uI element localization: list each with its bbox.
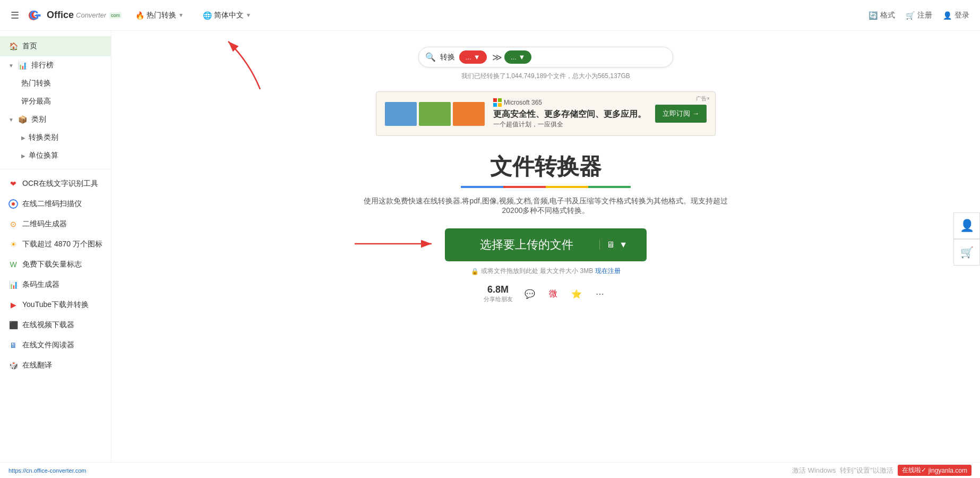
sidebar-category-label: 类别 [31,115,46,124]
floating-right-panel: 👤 🛒 [953,212,980,266]
sidebar-ocr-label: OCR在线文字识别工具 [22,179,98,189]
underline-blue [461,186,503,188]
convert-from-label: ... [466,53,471,61]
ad-subtitle: 一个超值计划，一应俱全 [493,120,647,129]
bottom-right: 激活 Windows 转到"设置"以激活 在线啦✓ jingyanla.com [792,465,972,476]
sidebar-youtube-label: YouTube下载并转换 [22,300,89,310]
register-link[interactable]: 🛒 注册 [906,11,932,20]
svg-point-3 [12,202,15,206]
sidebar-vector-label: 免费下载矢量标志 [22,260,82,269]
ad-images [385,102,485,126]
convert-category-arrow: ▶ [21,135,25,141]
nav-hot-label: 热门转换 [147,11,176,20]
ocr-icon: ❤ [8,179,18,189]
sidebar: 🏠 首页 ▼ 📊 排行榜 热门转换 评分最高 ▼ 📦 类别 ▶ 转换类别 ▶ 单… [0,31,111,478]
sidebar-item-hot-convert[interactable]: 热门转换 [0,74,111,92]
nav-hot-convert[interactable]: 🔥 热门转换 ▼ [130,7,189,23]
header: ☰ G Office Converter com 🔥 热门转换 ▼ 🌐 简体中文… [0,0,980,31]
upload-dropdown-chevron[interactable]: ▼ [619,240,627,250]
search-stats: 我们已经转换了1,044,749,189个文件，总大小为565,137GB [127,72,964,81]
format-icon: 🔄 [869,11,878,20]
sidebar-top-rated-label: 评分最高 [21,97,51,105]
more-share-icon[interactable]: ⋯ [591,285,608,302]
sidebar-item-qr-gen[interactable]: ⊙ 二维码生成器 [0,214,111,234]
badge-site: jingyanla.com [929,467,967,474]
fire-icon: 🔥 [135,11,144,20]
header-right: 🔄 格式 🛒 注册 👤 登录 [869,11,969,20]
logo-com-badge: com [109,12,122,19]
sidebar-item-video-download[interactable]: ⬛ 在线视频下载器 [0,315,111,335]
sidebar-item-convert-category[interactable]: ▶ 转换类别 [0,129,111,147]
double-arrow-icon: ≫ [492,52,502,63]
globe-icon: 🌐 [203,11,212,20]
upload-note-link[interactable]: 现在注册 [595,267,621,276]
sidebar-item-file-reader[interactable]: 🖥 在线文件阅读器 [0,335,111,355]
sidebar-item-youtube[interactable]: ▶ YouTube下载并转换 [0,295,111,315]
sidebar-section-category[interactable]: ▼ 📦 类别 [0,110,111,129]
format-link[interactable]: 🔄 格式 [869,11,895,20]
hero-section: 文件转换器 使用这款免费快速在线转换器.将pdf,图像,视频,文档,音频,电子书… [127,152,964,216]
qr-gen-icon: ⊙ [8,219,18,229]
sidebar-qr-gen-label: 二维码生成器 [22,219,67,229]
share-count: 6.8M 分享给朋友 [484,284,513,303]
ad-ms-name: Microsoft 365 [504,99,542,106]
login-link[interactable]: 👤 登录 [943,11,969,20]
svg-text:G: G [29,8,39,22]
jingyanla-badge: 在线啦✓ jingyanla.com [898,465,972,476]
qr-scan-icon [8,199,18,209]
upload-note: 🔒 或将文件拖放到此处 最大文件大小 3MB 现在注册 [471,267,621,276]
ad-cta-button[interactable]: 立即订阅 → [655,105,707,123]
sidebar-item-icon-download[interactable]: ☀ 下载超过 4870 万个图标 [0,234,111,254]
underline-red [503,186,546,188]
logo[interactable]: G Office Converter com [28,7,122,24]
hero-title: 文件转换器 [127,152,964,182]
category-icon: 📦 [18,115,27,124]
ad-content: Microsoft 365 更高安全性、更多存储空间、更多应用。 一个超值计划，… [493,98,647,129]
sidebar-divider-1 [0,169,111,169]
nav-language-chevron: ▼ [246,12,251,18]
nav-language-label: 简体中文 [214,11,244,20]
ranking-chevron: ▼ [8,63,14,69]
sidebar-video-download-label: 在线视频下载器 [22,320,74,330]
logo-converter-text: Converter [76,11,106,19]
sidebar-item-home[interactable]: 🏠 首页 [0,36,111,56]
google-logo-icon: G [28,7,45,24]
upload-btn-wrapper: 选择要上传的文件 🖥 ▼ [445,228,647,261]
share-label: 分享给朋友 [484,295,513,303]
sidebar-translate-label: 在线翻译 [22,361,52,370]
sidebar-item-ocr[interactable]: ❤ OCR在线文字识别工具 [0,174,111,194]
bottom-bar: https://cn.office-converter.com 激活 Windo… [0,462,980,478]
upload-note-prefix: 或将文件拖放到此处 最大文件大小 3MB [481,267,593,276]
sidebar-icon-download-label: 下载超过 4870 万个图标 [22,240,102,249]
logo-office-text: Office [47,10,74,21]
nav-language[interactable]: 🌐 简体中文 ▼ [197,7,256,23]
ad-image-3 [453,102,485,126]
ad-label[interactable]: 广告× [696,95,710,103]
upload-arrow-svg [349,231,440,257]
sidebar-item-unit-calc[interactable]: ▶ 单位换算 [0,147,111,165]
floating-cart-btn[interactable]: 🛒 [953,239,980,266]
lock-icon: 🔒 [471,268,479,275]
convert-from-button[interactable]: ... ▼ [459,50,487,64]
sidebar-item-barcode[interactable]: 📊 条码生成器 [0,275,111,295]
floating-user-btn[interactable]: 👤 [953,212,980,239]
monitor-icon: 🖥 [606,240,615,250]
sidebar-ranking-label: 排行榜 [31,61,54,70]
convert-to-button[interactable]: ... ▼ [504,50,532,64]
search-bar: 🔍 转换 ... ▼ ≫ ... ▼ [418,47,673,67]
convert-from-chevron: ▼ [474,53,480,61]
wechat-share-icon[interactable]: 💬 [521,285,538,302]
menu-icon[interactable]: ☰ [11,10,19,21]
upload-button[interactable]: 选择要上传的文件 🖥 ▼ [445,228,647,261]
login-label: 登录 [955,11,969,20]
header-left: ☰ G Office Converter com 🔥 热门转换 ▼ 🌐 简体中文… [11,7,256,24]
sidebar-item-vector-download[interactable]: W 免费下载矢量标志 [0,254,111,275]
upload-area: 选择要上传的文件 🖥 ▼ 🔒 或将文件拖放到此处 最大文件大小 3MB 现在注册… [127,228,964,303]
weibo-share-icon[interactable]: 微 [545,285,562,302]
star-share-icon[interactable]: ⭐ [568,285,585,302]
sidebar-section-ranking[interactable]: ▼ 📊 排行榜 [0,56,111,74]
sidebar-item-translate[interactable]: 🎲 在线翻译 [0,355,111,375]
sidebar-item-top-rated[interactable]: 评分最高 [0,92,111,110]
sidebar-item-qr-scan[interactable]: 在线二维码扫描仪 [0,194,111,214]
ad-banner: 广告× Microsoft 365 更高安全性、更多存储空间、更多应用。 [376,91,716,136]
